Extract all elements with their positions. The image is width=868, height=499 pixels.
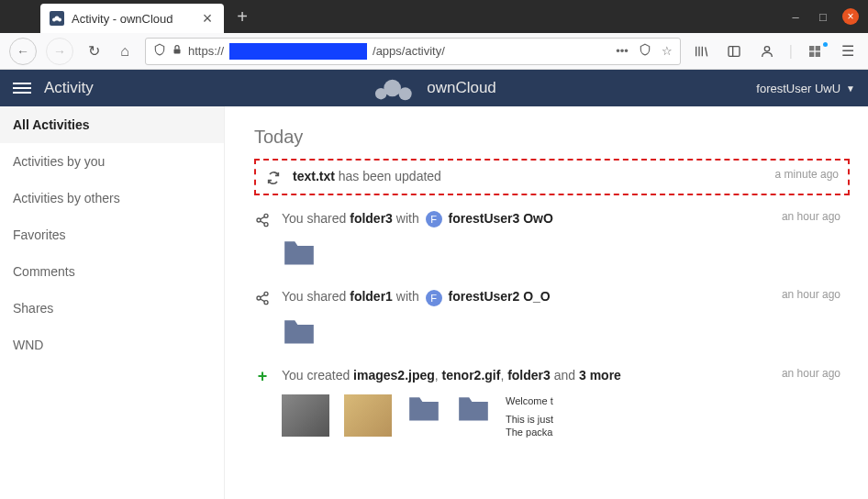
sidebar: All Activities Activities by you Activit…: [0, 106, 225, 499]
library-icon[interactable]: [690, 44, 712, 59]
svg-point-18: [264, 214, 268, 217]
minimize-icon[interactable]: –: [787, 8, 804, 25]
activity-time: an hour ago: [782, 288, 840, 301]
readermode-icon[interactable]: [638, 43, 652, 59]
browser-titlebar: Activity - ownCloud × + – □ ×: [0, 0, 868, 33]
share-icon: [254, 212, 271, 228]
sidebar-item-by-you[interactable]: Activities by you: [0, 143, 224, 180]
brand-name: ownCloud: [427, 79, 496, 97]
svg-point-16: [384, 80, 401, 97]
cloud-favicon: [50, 11, 64, 26]
activity-time: a minute ago: [775, 168, 839, 181]
folder-icon[interactable]: [282, 238, 317, 268]
sidebar-toggle-icon[interactable]: [723, 44, 745, 59]
app-header: Activity ownCloud forestUser UwU ▼: [0, 70, 868, 106]
sync-icon: [265, 170, 282, 186]
svg-point-19: [257, 218, 261, 222]
svg-rect-8: [729, 46, 740, 56]
bookmark-star-icon[interactable]: ☆: [662, 44, 673, 58]
svg-line-22: [261, 221, 265, 224]
extensions-icon[interactable]: [804, 44, 826, 59]
svg-point-17: [399, 87, 412, 100]
svg-rect-14: [816, 51, 820, 56]
activity-time: an hour ago: [782, 210, 840, 223]
activity-row: You shared folder1 with F forestUser2 O_…: [254, 283, 850, 351]
lock-icon: [172, 43, 183, 59]
svg-line-26: [261, 295, 265, 298]
activity-text: You created images2.jpeg, tenor2.gif, fo…: [282, 368, 621, 383]
sidebar-item-wnd[interactable]: WND: [0, 327, 224, 363]
activity-text: text.txt has been updated: [293, 169, 441, 183]
folder-icon[interactable]: [282, 317, 317, 347]
url-prefix: https://: [188, 44, 224, 58]
home-icon[interactable]: ⌂: [114, 43, 136, 60]
day-header: Today: [254, 127, 850, 148]
user-menu[interactable]: forestUser UwU ▼: [756, 82, 855, 95]
app-name: Activity: [44, 79, 94, 97]
svg-rect-13: [809, 51, 814, 56]
maximize-icon[interactable]: □: [815, 8, 831, 25]
svg-point-24: [257, 296, 261, 300]
sidebar-item-comments[interactable]: Comments: [0, 253, 224, 290]
address-bar[interactable]: https:// /apps/activity/ ••• ☆: [145, 38, 681, 65]
image-preview[interactable]: [344, 394, 392, 437]
more-icon[interactable]: •••: [616, 44, 629, 58]
menu-icon[interactable]: ☰: [837, 42, 859, 60]
window-controls: – □ ×: [787, 8, 868, 25]
svg-point-2: [58, 18, 61, 22]
image-preview[interactable]: [282, 394, 329, 437]
shield-icon: [153, 43, 166, 59]
svg-rect-3: [174, 50, 181, 54]
activity-row: text.txt has been updated a minute ago: [254, 159, 850, 195]
svg-point-10: [764, 46, 769, 50]
back-button[interactable]: ←: [9, 38, 37, 65]
text-preview[interactable]: Welcome t This is just The packa: [506, 394, 553, 439]
folder-icon[interactable]: [406, 394, 441, 424]
share-icon: [254, 290, 271, 306]
svg-point-25: [264, 301, 268, 305]
url-redacted: [229, 43, 367, 60]
browser-tab[interactable]: Activity - ownCloud ×: [40, 4, 224, 33]
activity-text: You shared folder3 with F forestUser3 Ow…: [282, 211, 553, 226]
svg-line-27: [261, 299, 265, 302]
reload-icon[interactable]: ↻: [83, 42, 105, 60]
sidebar-item-all[interactable]: All Activities: [0, 106, 224, 143]
sidebar-item-shares[interactable]: Shares: [0, 290, 224, 327]
activity-row: You shared folder3 with F forestUser3 Ow…: [254, 205, 850, 273]
browser-toolbar: ← → ↻ ⌂ https:// /apps/activity/ ••• ☆ |: [0, 33, 868, 70]
svg-rect-12: [816, 46, 820, 50]
sidebar-item-favorites[interactable]: Favorites: [0, 216, 224, 253]
new-tab-button[interactable]: +: [229, 4, 255, 29]
close-icon[interactable]: ×: [200, 11, 215, 26]
activity-feed: Today text.txt has been updated a minute…: [225, 106, 868, 499]
folder-icon[interactable]: [456, 394, 491, 424]
activity-row: + You created images2.jpeg, tenor2.gif, …: [254, 361, 850, 445]
plus-icon: +: [254, 369, 271, 385]
activity-time: an hour ago: [782, 367, 840, 380]
svg-point-20: [264, 223, 268, 227]
forward-button[interactable]: →: [46, 38, 73, 65]
account-icon[interactable]: [756, 44, 778, 59]
svg-point-23: [264, 293, 268, 296]
sidebar-item-by-others[interactable]: Activities by others: [0, 180, 224, 216]
activity-text: You shared folder1 with F forestUser2 O_…: [282, 289, 551, 304]
window-close-icon[interactable]: ×: [842, 8, 859, 25]
chevron-down-icon: ▼: [846, 83, 855, 94]
user-avatar: F: [426, 211, 442, 227]
user-avatar: F: [426, 290, 442, 306]
user-name: forestUser UwU: [756, 82, 840, 95]
hamburger-icon[interactable]: [13, 83, 31, 94]
url-suffix: /apps/activity/: [373, 44, 445, 58]
svg-line-21: [261, 216, 265, 219]
brand-logo[interactable]: ownCloud: [372, 75, 496, 101]
svg-line-7: [706, 47, 707, 56]
tab-title: Activity - ownCloud: [72, 12, 193, 26]
svg-rect-11: [809, 46, 814, 50]
